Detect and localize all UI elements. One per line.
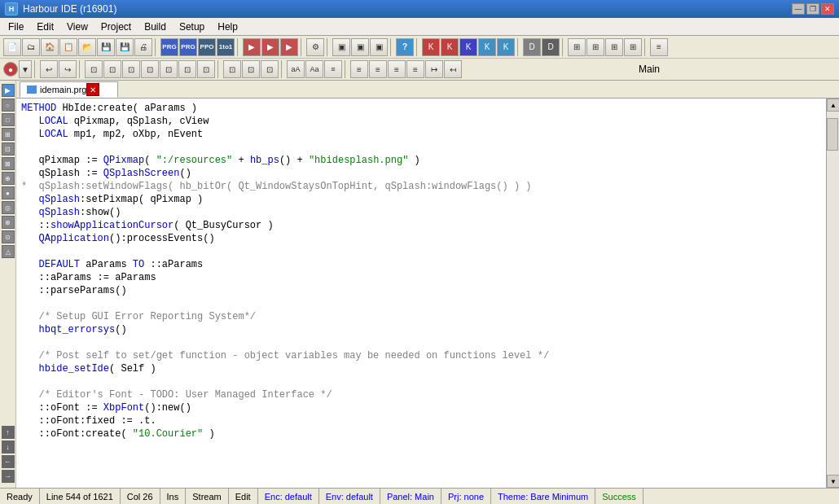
side-icon-8[interactable]: ● — [2, 186, 15, 199]
side-icon-3[interactable]: □ — [2, 113, 15, 126]
tb-prg1[interactable]: PRG — [160, 38, 178, 56]
tb-sep-5 — [390, 38, 393, 56]
side-icon-nav-left[interactable]: ← — [2, 455, 15, 468]
tb2-undo[interactable]: ↩ — [40, 60, 58, 78]
tb-prg2[interactable]: PRG — [179, 38, 197, 56]
status-line: Line 544 of 1621 — [40, 489, 121, 504]
code-content[interactable]: METHOD HbIde:create( aParams ) LOCAL qPi… — [16, 99, 826, 488]
tb-extra[interactable]: ≡ — [650, 38, 668, 56]
scroll-up-arrow[interactable]: ▲ — [827, 99, 839, 112]
tb2-t2[interactable]: ⊡ — [103, 60, 121, 78]
tb2-t5[interactable]: ⊡ — [160, 60, 178, 78]
code-editor[interactable]: METHOD HbIde:create( aParams ) LOCAL qPi… — [16, 99, 839, 488]
tb-key1[interactable]: K — [422, 38, 440, 56]
scroll-thumb[interactable] — [827, 118, 838, 151]
tb-save[interactable]: 💾 — [97, 38, 115, 56]
restore-button[interactable]: ❐ — [806, 3, 819, 15]
tb-ppo[interactable]: PPO — [198, 38, 216, 56]
window-title: Harbour IDE (r16901) — [23, 3, 792, 15]
tb-view2[interactable]: ▣ — [351, 38, 369, 56]
side-icon-11[interactable]: ⊙ — [2, 230, 15, 243]
side-icon-7[interactable]: ⊕ — [2, 172, 15, 185]
tb-build3[interactable]: ▶ — [280, 38, 298, 56]
tb2-fmt3[interactable]: ≡ — [388, 60, 406, 78]
tb-file2[interactable]: 📂 — [78, 38, 96, 56]
tb-home[interactable]: 🏠 — [41, 38, 59, 56]
tb-sep-4 — [327, 38, 330, 56]
side-icon-2[interactable]: ○ — [2, 99, 15, 112]
tb2-fmt6[interactable]: ↤ — [444, 60, 462, 78]
close-button[interactable]: ✕ — [821, 3, 834, 15]
tb-1to1[interactable]: 1to1 — [217, 38, 235, 56]
scroll-down-arrow[interactable]: ▼ — [827, 475, 839, 488]
tb-print[interactable]: 🖨 — [134, 38, 152, 56]
tb2-aa1[interactable]: aA — [287, 60, 305, 78]
scroll-track[interactable] — [827, 112, 839, 475]
menu-view[interactable]: View — [60, 20, 94, 34]
side-icon-1[interactable]: ▶ — [2, 84, 15, 97]
tb-view1[interactable]: ▣ — [332, 38, 350, 56]
tb-sep-1 — [155, 38, 158, 56]
side-icon-nav-down[interactable]: ↓ — [2, 440, 15, 454]
tb-grid1[interactable]: ⊞ — [568, 38, 586, 56]
menu-file[interactable]: File — [2, 20, 30, 34]
tb2-t3[interactable]: ⊡ — [122, 60, 140, 78]
tb2-t6[interactable]: ⊡ — [178, 60, 196, 78]
menu-build[interactable]: Build — [138, 20, 173, 34]
tb2-t7[interactable]: ⊡ — [197, 60, 215, 78]
side-icon-nav-right[interactable]: → — [2, 470, 15, 483]
side-icon-12[interactable]: △ — [2, 245, 15, 258]
tb-sep-7 — [517, 38, 521, 56]
tb-grid4[interactable]: ⊞ — [624, 38, 642, 56]
tb2-t10[interactable]: ⊡ — [261, 60, 279, 78]
tb-db2[interactable]: D — [542, 38, 560, 56]
tb2-aa2[interactable]: Aa — [305, 60, 323, 78]
tb-new[interactable]: 📄 — [3, 38, 21, 56]
tb2-fmt4[interactable]: ≡ — [406, 60, 424, 78]
tb2-fmt1[interactable]: ≡ — [350, 60, 368, 78]
tb2-t1[interactable]: ⊡ — [85, 60, 103, 78]
tb-key5[interactable]: K — [497, 38, 515, 56]
menu-help[interactable]: Help — [211, 20, 244, 34]
tb-build1[interactable]: ▶ — [243, 38, 261, 56]
tb2-record[interactable]: ● — [3, 62, 18, 77]
menu-edit[interactable]: Edit — [30, 20, 60, 34]
side-icon-6[interactable]: ⊠ — [2, 157, 15, 170]
tb-key2[interactable]: K — [441, 38, 459, 56]
tb2-aa3[interactable]: ≡ — [324, 60, 342, 78]
toolbar-1: 📄 🗂 🏠 📋 📂 💾 💾 🖨 PRG PRG PPO 1to1 ▶ ▶ ▶ ⚙… — [0, 36, 839, 59]
tb2-t4[interactable]: ⊡ — [141, 60, 159, 78]
side-icon-5[interactable]: ⊡ — [2, 142, 15, 156]
tb-tool1[interactable]: ⚙ — [306, 38, 324, 56]
status-col: Col 26 — [121, 489, 160, 504]
vertical-scrollbar[interactable]: ▲ ▼ — [826, 99, 839, 488]
tb-help[interactable]: ? — [396, 38, 414, 56]
tb-grid3[interactable]: ⊞ — [605, 38, 623, 56]
tb-file1[interactable]: 📋 — [59, 38, 77, 56]
tb-grid2[interactable]: ⊞ — [586, 38, 604, 56]
tb-build2[interactable]: ▶ — [261, 38, 279, 56]
tb2-dropdown[interactable]: ▼ — [19, 60, 32, 78]
tb-saveas[interactable]: 💾 — [116, 38, 134, 56]
side-icon-9[interactable]: ◎ — [2, 201, 15, 214]
tb2-t9[interactable]: ⊡ — [242, 60, 260, 78]
tb2-fmt5[interactable]: ↦ — [425, 60, 443, 78]
tb2-t8[interactable]: ⊡ — [223, 60, 241, 78]
tb-open[interactable]: 🗂 — [22, 38, 40, 56]
toolbar-area: 📄 🗂 🏠 📋 📂 💾 💾 🖨 PRG PRG PPO 1to1 ▶ ▶ ▶ ⚙… — [0, 36, 839, 81]
tab-close-icon[interactable]: ✕ — [86, 83, 99, 96]
menu-project[interactable]: Project — [94, 20, 138, 34]
side-icon-4[interactable]: ⊞ — [2, 128, 15, 141]
side-icon-10[interactable]: ⊗ — [2, 216, 15, 229]
tb2-redo[interactable]: ↪ — [59, 60, 77, 78]
tab-idemain[interactable]: idemain.prg ✕ — [20, 81, 118, 98]
tb2-fmt2[interactable]: ≡ — [369, 60, 387, 78]
tb-view3[interactable]: ▣ — [370, 38, 388, 56]
toolbar-2: ● ▼ ↩ ↪ ⊡ ⊡ ⊡ ⊡ ⊡ ⊡ ⊡ ⊡ ⊡ ⊡ aA Aa ≡ ≡ ≡ … — [0, 59, 839, 80]
side-icon-nav-up[interactable]: ↑ — [2, 426, 15, 439]
menu-setup[interactable]: Setup — [173, 20, 211, 34]
tb-key3[interactable]: K — [459, 38, 477, 56]
tb-db1[interactable]: D — [523, 38, 541, 56]
tb-key4[interactable]: K — [478, 38, 496, 56]
minimize-button[interactable]: — — [792, 3, 805, 15]
